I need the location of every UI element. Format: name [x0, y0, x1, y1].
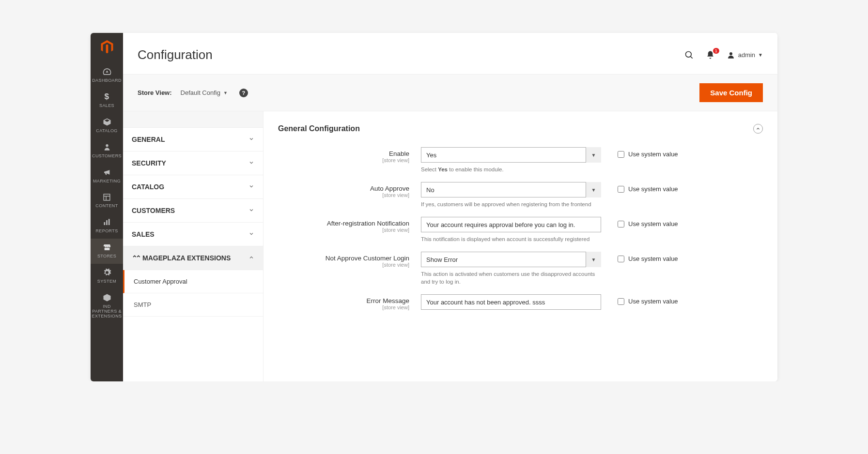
field-note: This notification is displayed when acco… — [421, 235, 601, 243]
field-note: Select Yes to enable this module. — [421, 166, 601, 173]
tab-group-mageplaza[interactable]: ⌃⌃MAGEPLAZA EXTENSIONS — [123, 246, 263, 270]
sidebar-item-customers[interactable]: CUSTOMERS — [91, 138, 123, 164]
caret-down-icon: ▼ — [223, 91, 228, 95]
tab-group-catalog[interactable]: CATALOG — [123, 175, 263, 199]
user-menu[interactable]: admin ▼ — [727, 51, 763, 60]
notification-badge: 1 — [713, 48, 719, 54]
chevron-up-icon — [248, 254, 254, 262]
svg-line-8 — [690, 56, 692, 58]
sidebar-item-catalog[interactable]: CATALOG — [91, 113, 123, 138]
puzzle-icon — [102, 293, 112, 303]
use-system-checkbox[interactable] — [618, 151, 624, 158]
admin-sidebar: DASHBOARD $SALES CATALOG CUSTOMERS MARKE… — [91, 33, 123, 381]
use-system-checkbox[interactable] — [618, 221, 624, 227]
sidebar-item-sales[interactable]: $SALES — [91, 88, 123, 113]
page-header: Configuration 1 admin ▼ — [123, 33, 777, 74]
use-system-checkbox[interactable] — [618, 186, 624, 193]
use-system-value[interactable]: Use system value — [618, 294, 678, 305]
store-icon — [102, 242, 112, 252]
use-system-value[interactable]: Use system value — [618, 147, 678, 158]
chevron-down-icon — [248, 159, 254, 167]
svg-point-0 — [106, 144, 108, 147]
section-header[interactable]: General Configuration — [278, 124, 763, 134]
app-window: DASHBOARD $SALES CATALOG CUSTOMERS MARKE… — [91, 33, 777, 381]
store-view-switcher[interactable]: Default Config ▼ — [181, 89, 228, 96]
not-approve-select[interactable]: Show Error — [421, 252, 601, 267]
store-view-label: Store View: — [138, 89, 172, 96]
svg-rect-5 — [106, 220, 108, 225]
use-system-value[interactable]: Use system value — [618, 217, 678, 227]
sidebar-item-marketing[interactable]: MARKETING — [91, 164, 123, 189]
gear-icon — [102, 268, 112, 277]
user-name: admin — [738, 51, 755, 59]
use-system-value[interactable]: Use system value — [618, 182, 678, 193]
tab-group-general[interactable]: GENERAL — [123, 128, 263, 151]
sidebar-item-content[interactable]: CONTENT — [91, 188, 123, 213]
svg-rect-4 — [104, 222, 106, 225]
tab-smtp[interactable]: SMTP — [123, 293, 263, 317]
caret-down-icon: ▼ — [758, 52, 763, 58]
tab-group-security[interactable]: SECURITY — [123, 151, 263, 175]
chevron-down-icon — [248, 136, 254, 143]
help-icon[interactable]: ? — [239, 89, 248, 97]
svg-rect-6 — [108, 219, 110, 226]
megaphone-icon — [102, 167, 112, 177]
gauge-icon — [102, 67, 112, 76]
auto-approve-select[interactable]: No — [421, 182, 601, 197]
field-not-approve-login: Not Approve Customer Login[store view] S… — [278, 252, 763, 286]
field-note: This action is activated when customers … — [421, 270, 601, 286]
svg-point-9 — [729, 52, 732, 55]
magento-logo-icon — [100, 40, 114, 54]
box-icon — [102, 117, 112, 127]
page-title: Configuration — [138, 47, 684, 62]
main-area: Configuration 1 admin ▼ Store View: Defa… — [123, 33, 777, 381]
config-content: GENERAL SECURITY CATALOG CUSTOMERS SALES… — [123, 111, 777, 381]
field-after-registration: After-registration Notification[store vi… — [278, 217, 763, 243]
config-tabs: GENERAL SECURITY CATALOG CUSTOMERS SALES… — [123, 111, 264, 381]
field-auto-approve: Auto Approve[store view] No ▼ If yes, cu… — [278, 182, 763, 208]
collapse-icon[interactable] — [753, 124, 763, 134]
sidebar-item-stores[interactable]: STORES — [91, 239, 123, 264]
after-registration-input[interactable] — [421, 217, 601, 232]
svg-rect-1 — [104, 194, 110, 200]
sidebar-item-reports[interactable]: REPORTS — [91, 213, 123, 239]
sidebar-item-system[interactable]: SYSTEM — [91, 264, 123, 289]
chevron-down-icon — [248, 183, 254, 191]
chart-icon — [102, 217, 112, 227]
notifications-icon[interactable]: 1 — [705, 50, 716, 61]
tab-group-sales[interactable]: SALES — [123, 223, 263, 246]
user-icon — [727, 51, 735, 60]
tab-group-customers[interactable]: CUSTOMERS — [123, 199, 263, 223]
use-system-checkbox[interactable] — [618, 256, 624, 262]
enable-select[interactable]: Yes — [421, 147, 601, 163]
config-form: General Configuration Enable[store view]… — [264, 111, 777, 381]
chevron-down-icon — [248, 230, 254, 238]
search-icon[interactable] — [684, 50, 695, 61]
toolbar: Store View: Default Config ▼ ? Save Conf… — [123, 74, 777, 111]
field-note: If yes, customers will be approved when … — [421, 200, 601, 208]
sidebar-item-partners[interactable]: IND PARTNERS & EXTENSIONS — [91, 289, 123, 324]
save-config-button[interactable]: Save Config — [699, 83, 763, 102]
field-enable: Enable[store view] Yes ▼ Select Yes to e… — [278, 147, 763, 173]
person-icon — [102, 142, 112, 152]
error-message-input[interactable] — [421, 294, 601, 310]
layout-icon — [102, 192, 112, 202]
svg-point-7 — [685, 51, 691, 57]
section-title: General Configuration — [278, 124, 360, 133]
brand-caret-icon: ⌃⌃ — [132, 254, 140, 262]
sidebar-item-dashboard[interactable]: DASHBOARD — [91, 63, 123, 88]
header-actions: 1 admin ▼ — [684, 50, 763, 61]
tab-customer-approval[interactable]: Customer Approval — [123, 270, 263, 293]
use-system-value[interactable]: Use system value — [618, 252, 678, 262]
chevron-down-icon — [248, 207, 254, 214]
dollar-icon: $ — [102, 92, 112, 102]
use-system-checkbox[interactable] — [618, 298, 624, 305]
field-error-message: Error Message[store view] Use system val… — [278, 294, 763, 310]
